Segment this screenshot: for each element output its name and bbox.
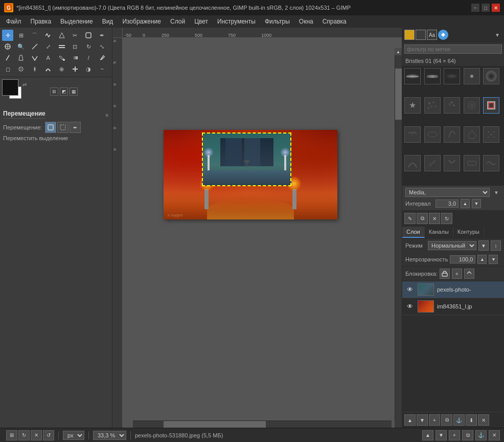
layer-delete-btn[interactable]: ✕	[478, 414, 489, 426]
brush-item[interactable]	[464, 126, 480, 143]
brush-item[interactable]	[424, 97, 441, 114]
rotate-tool[interactable]: ↻	[83, 41, 94, 52]
quick-mask[interactable]: ◩	[60, 87, 68, 96]
status-right-2[interactable]: ▼	[436, 430, 447, 440]
tab-layers[interactable]: Слои	[402, 227, 425, 238]
menu-edit[interactable]: Правка	[27, 17, 56, 26]
brush-item[interactable]	[444, 97, 460, 114]
status-icon-2[interactable]: ↻	[18, 430, 30, 440]
layer-mode-down[interactable]: ▼	[478, 240, 489, 251]
menu-select[interactable]: Выделение	[56, 17, 97, 26]
airbrush-tool[interactable]	[15, 63, 27, 75]
menu-view[interactable]: Вид	[98, 17, 118, 26]
heal-tool[interactable]	[70, 63, 81, 75]
close-button[interactable]: ✕	[492, 4, 500, 12]
scale-tool[interactable]: ⤡	[97, 41, 108, 52]
brush-item[interactable]	[464, 155, 480, 171]
lock-alpha-btn[interactable]: +	[452, 269, 462, 279]
tag-chip[interactable]	[438, 30, 448, 40]
move-tool[interactable]: ✛	[2, 30, 13, 41]
dodge-burn-tool[interactable]: ◑	[83, 63, 94, 75]
move-layer-btn[interactable]	[45, 122, 56, 133]
layer-anchor-btn[interactable]: ⚓	[453, 414, 465, 426]
foreground-chip[interactable]	[404, 30, 415, 40]
layer-new-btn[interactable]: +	[429, 414, 440, 426]
move-path-btn[interactable]: ✒	[70, 122, 81, 133]
brush-item[interactable]	[424, 155, 441, 171]
clone-tool[interactable]: ⊕	[56, 63, 67, 75]
foreground-color[interactable]	[2, 79, 18, 96]
menu-layer[interactable]: Слой	[166, 17, 189, 26]
text-tool[interactable]: A	[42, 52, 54, 63]
eraser-tool[interactable]: ◻	[2, 63, 13, 75]
new-from-visible[interactable]: ⊞	[50, 87, 58, 96]
flip-tool[interactable]	[29, 52, 40, 63]
layer-copy-btn[interactable]: ⧉	[441, 414, 452, 426]
ink-tool[interactable]	[29, 63, 40, 75]
brush-item[interactable]	[404, 126, 421, 143]
brush-item[interactable]	[444, 126, 460, 143]
scissors-select[interactable]: ✂	[70, 30, 81, 41]
opacity-input[interactable]	[450, 255, 475, 263]
lock-all-btn[interactable]	[464, 269, 474, 279]
right-panel-menu[interactable]: ▼	[493, 30, 502, 39]
layer-visibility-1[interactable]: 👁	[405, 285, 415, 294]
h-scroll-thumb[interactable]	[164, 421, 266, 428]
status-icon-1[interactable]: ⊞	[6, 430, 17, 440]
zoom-tool[interactable]: 🔍	[15, 41, 27, 52]
status-right-6[interactable]: ✕	[489, 430, 500, 440]
status-icon-4[interactable]: ↺	[43, 430, 54, 440]
opacity-decrement[interactable]: ▼	[489, 255, 498, 264]
menu-color[interactable]: Цвет	[190, 17, 212, 26]
status-right-5[interactable]: ⚓	[475, 430, 487, 440]
fuzzy-select[interactable]	[42, 30, 54, 41]
mypaint-tool[interactable]	[42, 63, 54, 75]
brush-copy-btn[interactable]: ⧉	[417, 213, 428, 224]
scroll-up-arrow[interactable]: ▲	[395, 48, 402, 55]
menu-image[interactable]: Изображение	[118, 17, 165, 26]
menu-filters[interactable]: Фильтры	[261, 17, 294, 26]
media-select[interactable]: Media,	[405, 188, 490, 197]
brush-item[interactable]	[483, 155, 499, 171]
paintbrush-tool[interactable]	[97, 52, 108, 63]
status-right-4[interactable]: ⧉	[462, 430, 473, 440]
path-tool[interactable]: ✒	[97, 30, 108, 41]
brush-item[interactable]	[404, 155, 421, 171]
tool-options-close[interactable]: ✕	[105, 113, 109, 118]
free-select[interactable]: ⌒	[29, 30, 40, 41]
brush-item[interactable]	[404, 97, 421, 114]
menu-help[interactable]: Справка	[318, 17, 351, 26]
smudge-tool[interactable]: ~	[97, 63, 108, 75]
layer-move-down-btn[interactable]: ▼	[417, 414, 428, 426]
menu-file[interactable]: Файл	[2, 17, 26, 26]
select-by-color[interactable]	[56, 30, 67, 41]
interval-increment[interactable]: ▲	[461, 199, 470, 208]
brush-item-selected[interactable]	[483, 97, 499, 114]
align-tool[interactable]: ⊞	[15, 30, 27, 41]
bucket-fill[interactable]	[56, 52, 67, 63]
brush-item[interactable]	[424, 68, 441, 84]
shear-tool[interactable]	[2, 52, 13, 63]
minimize-button[interactable]: −	[471, 4, 479, 12]
blend-tool[interactable]	[70, 52, 81, 63]
status-icon-3[interactable]: ✕	[31, 430, 42, 440]
opacity-increment[interactable]: ▲	[477, 255, 487, 264]
brush-item[interactable]	[464, 68, 480, 84]
tab-channels[interactable]: Каналы	[425, 227, 453, 238]
brush-item[interactable]	[483, 68, 499, 84]
tab-paths[interactable]: Контуры	[453, 227, 484, 238]
channel-mixer[interactable]: ▦	[70, 87, 78, 96]
layer-visibility-2[interactable]: 👁	[405, 302, 415, 311]
horizontal-scrollbar[interactable]	[133, 421, 392, 428]
pencil-tool[interactable]: /	[83, 52, 94, 63]
font-chip[interactable]: Aa	[427, 30, 437, 40]
brush-item[interactable]	[483, 126, 499, 143]
crop-tool[interactable]: ⊡	[70, 41, 81, 52]
brush-item[interactable]	[404, 68, 421, 84]
layer-keep-btn[interactable]: ↕	[491, 240, 501, 251]
transform-tool[interactable]: ⤢	[42, 41, 54, 52]
brush-item[interactable]	[444, 155, 460, 171]
interval-decrement[interactable]: ▼	[472, 199, 481, 208]
layer-move-up-btn[interactable]: ▲	[404, 414, 416, 426]
swap-colors[interactable]: ⇄	[22, 82, 27, 87]
